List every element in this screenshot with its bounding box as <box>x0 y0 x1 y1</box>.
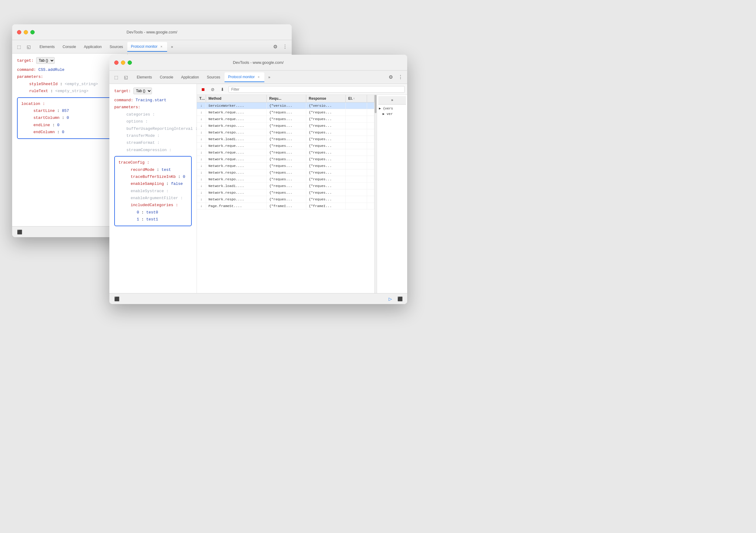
cell-method: Network.loadi.... <box>206 136 267 142</box>
param-stylesheetid: styleSheetId : <empty_string> <box>17 81 122 88</box>
more-icon-back[interactable]: ⋮ <box>281 42 289 51</box>
titlebar-front: DevTools - www.google.com/ <box>109 55 407 70</box>
download-btn[interactable]: ⬇ <box>219 86 226 93</box>
settings-icon-front[interactable]: ⚙ <box>387 73 395 81</box>
cell-request: {"reques... <box>267 189 306 196</box>
cell-arrow: ↓ <box>197 109 206 116</box>
tabbar-right-front: ⚙ ⋮ <box>387 73 405 81</box>
dock-right-icon[interactable]: ⬛ <box>396 295 404 302</box>
table-row[interactable]: ↓ Network.reque.... {"reques... {"reques… <box>197 109 374 116</box>
cell-arrow: ↓ <box>197 196 206 203</box>
tab-close-icon[interactable]: × <box>159 44 163 49</box>
tabbar-back: ⬚ ◱ Elements Console Application Sources… <box>12 40 292 53</box>
settings-icon-back[interactable]: ⚙ <box>271 42 280 51</box>
table-row[interactable]: ↓ Network.respo.... {"reques... {"reques… <box>197 189 374 196</box>
cell-request: {"reques... <box>267 163 306 169</box>
net-scrollbar[interactable] <box>374 95 377 293</box>
inspector-icon[interactable]: ⬚ <box>14 42 23 51</box>
record-stop-btn[interactable]: ⏹ <box>199 86 207 93</box>
send-icon-front[interactable]: ▷ <box>387 295 394 302</box>
table-row[interactable]: ↓ Network.reque.... {"reques... {"reques… <box>197 156 374 163</box>
cell-method: Network.reque.... <box>206 109 267 116</box>
startline-param: startLine : 857 <box>21 107 118 114</box>
more-icon-front[interactable]: ⋮ <box>396 73 405 81</box>
sidebar-more-btn[interactable]: » <box>378 96 406 105</box>
cell-response: {"reques... <box>306 163 346 169</box>
table-row[interactable]: ↓ Network.reque.... {"reques... {"reques… <box>197 149 374 156</box>
col-response: Response <box>306 95 346 102</box>
filter-input[interactable] <box>229 86 405 93</box>
protocol-panel-front[interactable]: target: Tab () command: Tracing.start pa… <box>109 84 197 293</box>
cell-request: {"reques... <box>267 183 306 189</box>
parameters-label-back: parameters: <box>17 73 122 80</box>
parameters-label-front: parameters: <box>114 104 192 111</box>
param-categories: categories : <box>114 111 192 118</box>
table-row[interactable]: ↓ Network.respo.... {"reques... {"reques… <box>197 176 374 183</box>
tab-elements-back[interactable]: Elements <box>36 42 58 52</box>
tab-application-front[interactable]: Application <box>177 72 203 82</box>
recordmode-param: recordMode : test <box>119 166 187 173</box>
cell-request: {"reques... <box>267 129 306 136</box>
table-row[interactable]: ↓ Network.respo.... {"reques... {"reques… <box>197 169 374 176</box>
maximize-button-front[interactable] <box>128 61 132 65</box>
dock-icon-front[interactable]: ⬛ <box>113 295 120 302</box>
cell-response: {"reques... <box>306 176 346 182</box>
col-type: Type <box>197 95 206 102</box>
cell-el <box>346 156 367 162</box>
tab-console-back[interactable]: Console <box>59 42 80 52</box>
target-select-front[interactable]: Tab () <box>133 88 152 94</box>
titlebar-back: DevTools - www.google.com/ <box>12 24 292 40</box>
clear-btn[interactable]: ⊘ <box>209 86 216 93</box>
table-row[interactable]: ↓ Network.reque.... {"reques... {"reques… <box>197 163 374 169</box>
tab-close-icon-front[interactable]: × <box>256 75 261 79</box>
cell-arrow: ↓ <box>197 203 206 209</box>
cell-method: Network.reque.... <box>206 163 267 169</box>
table-row[interactable]: ↓ Page.frameSt.... {"frameI... {"frameI.… <box>197 203 374 210</box>
cell-request: {"reques... <box>267 176 306 182</box>
scrollbar-thumb[interactable] <box>375 95 376 113</box>
dock-icon-back[interactable]: ⬛ <box>16 228 23 236</box>
tab-console-front[interactable]: Console <box>156 72 177 82</box>
bottom-bar-front: ⬛ ▷ ⬛ <box>109 293 407 304</box>
location-box: location : startLine : 857 startColumn :… <box>17 97 122 139</box>
table-row[interactable]: ↓ Network.loadi.... {"reques... {"reques… <box>197 183 374 189</box>
cell-method: ServiceWorker.... <box>206 102 267 109</box>
tab-application-back[interactable]: Application <box>80 42 105 52</box>
endcolumn-param: endColumn : 0 <box>21 128 118 136</box>
traffic-lights-back[interactable] <box>17 30 35 34</box>
tab-more-back[interactable]: » <box>168 42 176 51</box>
tabbar-right-back: ⚙ ⋮ <box>271 42 289 51</box>
command-line-front: command: Tracing.start <box>114 97 192 104</box>
table-row[interactable]: ↓ Network.respo.... {"reques... {"reques… <box>197 129 374 136</box>
close-button-back[interactable] <box>17 30 21 34</box>
tab-protocol-front[interactable]: Protocol monitor × <box>225 72 264 82</box>
minimize-button-front[interactable] <box>121 61 125 65</box>
minimize-button-back[interactable] <box>24 30 28 34</box>
table-row[interactable]: ↓ Network.respo.... {"reques... {"reques… <box>197 123 374 129</box>
category-0: 0 : test0 <box>119 209 187 216</box>
table-row[interactable]: ↓ Network.loadi.... {"reques... {"reques… <box>197 136 374 143</box>
tab-protocol-back[interactable]: Protocol monitor × <box>127 42 167 52</box>
tab-elements-front[interactable]: Elements <box>133 72 155 82</box>
cell-extra <box>367 143 374 149</box>
devtools-window-front[interactable]: DevTools - www.google.com/ ⬚ ◱ Elements … <box>109 55 407 304</box>
table-row[interactable]: ↓ Network.respo.... {"reques... {"reques… <box>197 196 374 203</box>
table-row[interactable]: ↓ Network.reque.... {"reques... {"reques… <box>197 143 374 149</box>
maximize-button-back[interactable] <box>30 30 35 34</box>
col-el: El.↑ <box>346 95 367 102</box>
cell-arrow: ↓ <box>197 149 206 156</box>
tab-sources-front[interactable]: Sources <box>203 72 224 82</box>
close-button-front[interactable] <box>114 61 119 65</box>
table-row[interactable]: ↓ ServiceWorker.... {"versio... {"versio… <box>197 102 374 109</box>
device-icon[interactable]: ◱ <box>24 42 33 51</box>
device-icon-front[interactable]: ◱ <box>122 73 130 81</box>
tab-sources-back[interactable]: Sources <box>106 42 127 52</box>
table-row[interactable]: ↓ Network.reque.... {"reques... {"reques… <box>197 116 374 123</box>
param-ruletext: ruleText : <empty_string> <box>17 88 122 95</box>
traffic-lights-front[interactable] <box>114 61 132 65</box>
cell-el <box>346 196 367 203</box>
inspector-icon-front[interactable]: ⬚ <box>112 73 120 81</box>
tab-more-front[interactable]: » <box>265 73 274 81</box>
target-select-back[interactable]: Tab () <box>36 57 55 64</box>
network-table[interactable]: Type Method Requ... Response El.↑ ↓ Serv… <box>197 95 374 293</box>
